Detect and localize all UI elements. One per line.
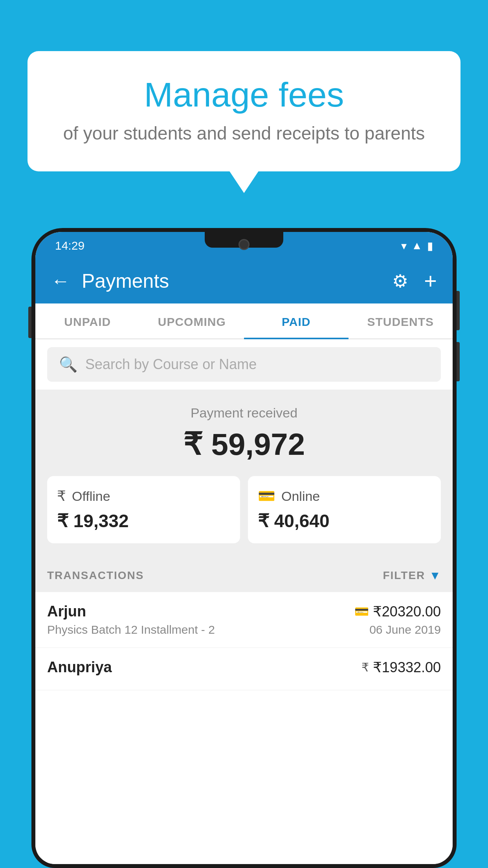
search-input[interactable]: Search by Course or Name xyxy=(85,356,257,373)
tab-unpaid[interactable]: UNPAID xyxy=(35,303,140,338)
speech-bubble: Manage fees of your students and send re… xyxy=(28,51,460,171)
battery-icon: ▮ xyxy=(427,239,433,252)
back-button[interactable]: ← xyxy=(51,270,70,292)
speech-bubble-container: Manage fees of your students and send re… xyxy=(28,51,460,171)
offline-card-header: ₹ Offline xyxy=(57,488,230,504)
side-button-power xyxy=(457,291,460,330)
phone-notch xyxy=(205,232,283,248)
online-amount: ₹ 40,640 xyxy=(258,510,431,531)
transaction-amount-area: ₹ ₹19332.00 xyxy=(361,659,441,676)
online-label: Online xyxy=(281,489,320,504)
bubble-subtitle: of your students and send receipts to pa… xyxy=(55,123,433,144)
tabs-container: UNPAID UPCOMING PAID STUDENTS xyxy=(35,303,453,339)
side-button-volume xyxy=(28,307,31,338)
transaction-row[interactable]: Anupriya ₹ ₹19332.00 xyxy=(35,648,453,690)
card-payment-icon: 💳 xyxy=(354,605,369,618)
transaction-bottom: Physics Batch 12 Installment - 2 06 June… xyxy=(47,623,441,636)
search-input-wrapper[interactable]: 🔍 Search by Course or Name xyxy=(47,347,441,382)
transactions-list: Arjun 💳 ₹20320.00 Physics Batch 12 Insta… xyxy=(35,592,453,864)
payment-cards: ₹ Offline ₹ 19,332 💳 Online ₹ 40,640 xyxy=(47,476,441,543)
transactions-header: TRANSACTIONS FILTER ▼ xyxy=(35,559,453,592)
payment-received-section: Payment received ₹ 59,972 ₹ Offline ₹ 19… xyxy=(35,390,453,559)
transaction-top: Anupriya ₹ ₹19332.00 xyxy=(47,659,441,676)
status-time: 14:29 xyxy=(55,239,84,252)
phone-screen: 14:29 ▾ ▲ ▮ ← Payments ⚙ + UNPAID xyxy=(35,232,453,864)
filter-area[interactable]: FILTER ▼ xyxy=(383,569,441,582)
payment-received-label: Payment received xyxy=(47,405,441,421)
offline-label: Offline xyxy=(72,489,110,504)
transaction-amount: ₹19332.00 xyxy=(373,659,441,676)
search-icon: 🔍 xyxy=(59,356,77,373)
phone-camera xyxy=(238,239,250,250)
tab-upcoming[interactable]: UPCOMING xyxy=(140,303,244,338)
transaction-amount: ₹20320.00 xyxy=(373,603,441,620)
filter-label: FILTER xyxy=(383,569,425,582)
rupee-payment-icon: ₹ xyxy=(361,660,369,674)
transaction-row[interactable]: Arjun 💳 ₹20320.00 Physics Batch 12 Insta… xyxy=(35,592,453,648)
app-title: Payments xyxy=(82,270,380,292)
offline-amount: ₹ 19,332 xyxy=(57,510,230,531)
search-container: 🔍 Search by Course or Name xyxy=(35,339,453,390)
add-button[interactable]: + xyxy=(424,268,437,294)
transaction-name: Anupriya xyxy=(47,659,112,676)
online-card: 💳 Online ₹ 40,640 xyxy=(248,476,441,543)
tab-paid[interactable]: PAID xyxy=(244,303,349,338)
wifi-icon: ▾ xyxy=(401,239,407,252)
online-card-header: 💳 Online xyxy=(258,488,431,504)
payment-received-amount: ₹ 59,972 xyxy=(47,427,441,462)
transaction-top: Arjun 💳 ₹20320.00 xyxy=(47,603,441,620)
phone-outer: 14:29 ▾ ▲ ▮ ← Payments ⚙ + UNPAID xyxy=(31,228,457,868)
offline-card: ₹ Offline ₹ 19,332 xyxy=(47,476,240,543)
transactions-label: TRANSACTIONS xyxy=(47,569,144,582)
phone-mockup: 14:29 ▾ ▲ ▮ ← Payments ⚙ + UNPAID xyxy=(31,228,457,868)
bubble-title: Manage fees xyxy=(55,75,433,115)
rupee-offline-icon: ₹ xyxy=(57,488,66,504)
tab-students[interactable]: STUDENTS xyxy=(349,303,453,338)
transaction-course: Physics Batch 12 Installment - 2 xyxy=(47,623,215,636)
card-icon: 💳 xyxy=(258,488,275,504)
status-icons: ▾ ▲ ▮ xyxy=(401,239,433,252)
gear-icon[interactable]: ⚙ xyxy=(392,270,408,292)
transaction-date: 06 June 2019 xyxy=(369,623,441,636)
filter-icon: ▼ xyxy=(429,569,441,582)
signal-icon: ▲ xyxy=(411,239,422,252)
transaction-amount-area: 💳 ₹20320.00 xyxy=(354,603,441,620)
transaction-name: Arjun xyxy=(47,603,86,620)
side-button-volume-right xyxy=(457,342,460,381)
app-bar: ← Payments ⚙ + xyxy=(35,258,453,303)
